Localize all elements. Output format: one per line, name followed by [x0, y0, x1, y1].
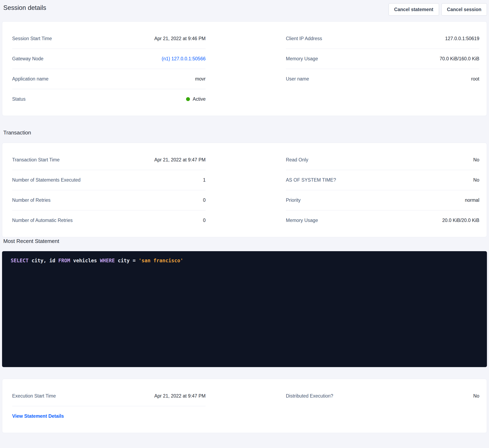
- row-label: Memory Usage: [286, 56, 318, 62]
- status-active-dot: [186, 97, 190, 101]
- summary-row: Application namemovr: [12, 69, 206, 89]
- cancel-session-button[interactable]: Cancel session: [441, 3, 487, 16]
- summary-row: Read OnlyNo: [286, 150, 479, 170]
- row-label: Application name: [12, 76, 48, 82]
- summary-row: Memory Usage20.0 KiB/20.0 KiB: [286, 210, 479, 230]
- gateway-node-link[interactable]: (n1) 127.0.0.1:50566: [162, 56, 206, 62]
- row-label: Number of Statements Executed: [12, 177, 81, 183]
- row-label: Client IP Address: [286, 36, 322, 41]
- most-recent-statement-heading: Most Recent Statement: [2, 237, 487, 245]
- row-label: Priority: [286, 198, 301, 203]
- row-label: Transaction Start Time: [12, 157, 60, 163]
- session-summary-card: Session Start TimeApr 21, 2022 at 9:46 P…: [2, 21, 487, 116]
- row-value: Apr 21, 2022 at 9:47 PM: [154, 157, 206, 163]
- summary-row: Transaction Start TimeApr 21, 2022 at 9:…: [12, 150, 206, 170]
- summary-row: Session Start TimeApr 21, 2022 at 9:46 P…: [12, 29, 206, 49]
- execution-card-right-column: Distributed Execution?No: [286, 386, 479, 406]
- row-label: AS OF SYSTEM TIME?: [286, 177, 336, 183]
- row-label: Distributed Execution?: [286, 393, 333, 399]
- transaction-heading: Transaction: [2, 129, 487, 136]
- summary-row: Memory Usage70.0 KiB/160.0 KiB: [286, 49, 479, 69]
- sql-token-plain: city =: [115, 258, 139, 264]
- transaction-card-right-column: Read OnlyNoAS OF SYSTEM TIME?NoPriorityn…: [286, 150, 479, 230]
- summary-row: Prioritynormal: [286, 190, 479, 210]
- sql-token-keyword: FROM: [58, 258, 70, 264]
- row-label: Execution Start Time: [12, 393, 56, 399]
- row-label: Read Only: [286, 157, 308, 163]
- sql-statement-block: SELECT city, id FROM vehicles WHERE city…: [2, 251, 487, 367]
- row-value: Active: [186, 96, 206, 102]
- row-label: User name: [286, 76, 309, 82]
- execution-card-left-column: Execution Start TimeApr 21, 2022 at 9:47…: [12, 386, 206, 426]
- row-value: 0: [203, 218, 206, 223]
- transaction-card-left-column: Transaction Start TimeApr 21, 2022 at 9:…: [12, 150, 206, 230]
- summary-row: Number of Automatic Retries0: [12, 210, 206, 230]
- sql-token-plain: city, id: [29, 258, 58, 264]
- session-card-right-column: Client IP Address127.0.0.1:50619Memory U…: [286, 29, 479, 89]
- summary-row: Distributed Execution?No: [286, 386, 479, 406]
- row-value: 70.0 KiB/160.0 KiB: [440, 56, 479, 62]
- page-title: Session details: [2, 3, 46, 12]
- row-value: 1: [203, 177, 206, 183]
- view-statement-details-link[interactable]: View Statement Details: [12, 413, 64, 419]
- transaction-card: Transaction Start TimeApr 21, 2022 at 9:…: [2, 143, 487, 237]
- row-label: Gateway Node: [12, 56, 43, 62]
- summary-row: AS OF SYSTEM TIME?No: [286, 170, 479, 190]
- summary-row: Number of Statements Executed1: [12, 170, 206, 190]
- summary-row: Number of Retries0: [12, 190, 206, 210]
- row-value: 20.0 KiB/20.0 KiB: [442, 218, 479, 223]
- sql-token-keyword: SELECT: [11, 258, 29, 264]
- summary-row: StatusActive: [12, 89, 206, 109]
- summary-row: User nameroot: [286, 69, 479, 89]
- sql-token-plain: vehicles: [70, 258, 100, 264]
- page-header: Session details Cancel statement Cancel …: [2, 0, 487, 16]
- cancel-statement-button[interactable]: Cancel statement: [389, 3, 439, 16]
- row-value: Apr 21, 2022 at 9:47 PM: [154, 393, 206, 399]
- view-statement-details-row: View Statement Details: [12, 406, 206, 426]
- row-value: No: [473, 177, 479, 183]
- row-value: No: [473, 393, 479, 399]
- session-card-left-column: Session Start TimeApr 21, 2022 at 9:46 P…: [12, 29, 206, 109]
- row-value: normal: [465, 198, 479, 203]
- summary-row: Client IP Address127.0.0.1:50619: [286, 29, 479, 49]
- sql-statement: SELECT city, id FROM vehicles WHERE city…: [11, 258, 183, 264]
- session-details-page: Session details Cancel statement Cancel …: [0, 0, 489, 433]
- row-label: Number of Retries: [12, 198, 51, 203]
- summary-row: Gateway Node(n1) 127.0.0.1:50566: [12, 49, 206, 69]
- row-label: Status: [12, 96, 25, 102]
- sql-token-keyword: WHERE: [100, 258, 115, 264]
- row-value: No: [473, 157, 479, 163]
- execution-details-card: Execution Start TimeApr 21, 2022 at 9:47…: [2, 379, 487, 433]
- row-value: root: [471, 76, 479, 82]
- sql-token-string: 'san francisco': [139, 258, 183, 264]
- summary-row: Execution Start TimeApr 21, 2022 at 9:47…: [12, 386, 206, 406]
- header-actions: Cancel statement Cancel session: [389, 3, 487, 16]
- row-value: Apr 21, 2022 at 9:46 PM: [154, 36, 206, 41]
- row-label: Session Start Time: [12, 36, 52, 41]
- row-value: 127.0.0.1:50619: [445, 36, 479, 41]
- row-label: Number of Automatic Retries: [12, 218, 73, 223]
- row-label: Memory Usage: [286, 218, 318, 223]
- execution-rows: Execution Start TimeApr 21, 2022 at 9:47…: [12, 386, 206, 406]
- row-value: movr: [195, 76, 206, 82]
- row-value: (n1) 127.0.0.1:50566: [162, 56, 206, 62]
- row-value: 0: [203, 198, 206, 203]
